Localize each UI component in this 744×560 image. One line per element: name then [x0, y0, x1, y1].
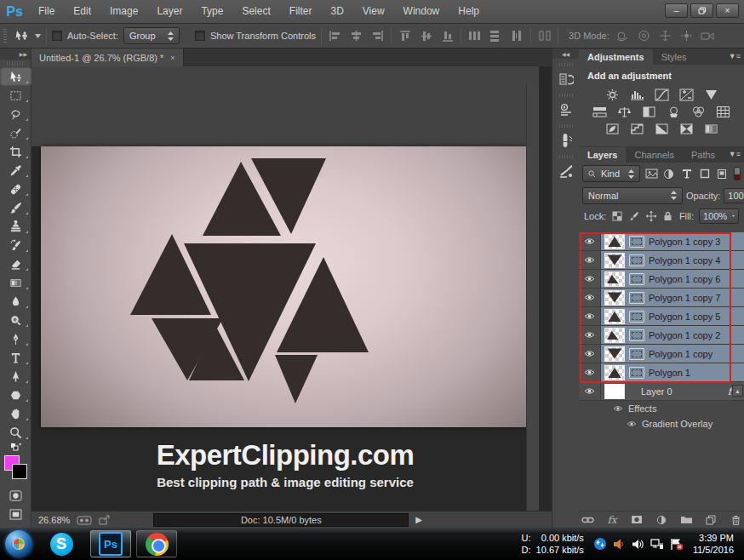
auto-select-checkbox[interactable] — [52, 31, 62, 41]
layer-thumbnail[interactable] — [604, 384, 625, 399]
doc-size-field[interactable]: Doc: 10.5M/0 bytes — [153, 513, 409, 527]
tab-paths[interactable]: Paths — [683, 147, 724, 163]
panel-grip[interactable] — [559, 94, 573, 97]
layer-thumbnail[interactable] — [604, 328, 625, 343]
visibility-toggle[interactable] — [579, 251, 601, 269]
tab-channels[interactable]: Channels — [626, 147, 682, 163]
filter-shape-layers-icon[interactable] — [698, 167, 712, 181]
visibility-toggle[interactable] — [579, 289, 601, 306]
tab-close-icon[interactable]: × — [170, 54, 175, 62]
align-vertical-centers-icon[interactable] — [348, 28, 364, 43]
zoom-tool[interactable] — [0, 423, 31, 442]
distribute-spacing-icon[interactable] — [536, 28, 552, 43]
distribute-left-icon[interactable] — [466, 28, 483, 43]
delete-layer-icon[interactable] — [729, 514, 742, 526]
lock-transparency-icon[interactable] — [611, 210, 623, 223]
align-top-edges-icon[interactable] — [397, 28, 413, 43]
filter-type-dropdown[interactable]: Kind — [582, 165, 640, 182]
volume-tray-icon[interactable] — [632, 538, 644, 551]
layers-scroll-up-button[interactable]: ▲ — [732, 385, 743, 397]
menu-3d[interactable]: 3D — [321, 0, 352, 23]
vector-mask-thumbnail[interactable] — [629, 236, 644, 248]
layer-thumbnail[interactable] — [604, 234, 625, 249]
layer-name[interactable]: Polygon 1 copy 2 — [649, 330, 720, 340]
3d-orbit-icon[interactable] — [615, 28, 631, 43]
taskbar-skype-button[interactable]: S — [44, 530, 78, 557]
default-colors-icon[interactable] — [0, 442, 31, 452]
vibrance-icon[interactable] — [702, 88, 719, 101]
tab-layers[interactable]: Layers — [579, 147, 626, 163]
blend-mode-dropdown[interactable]: Normal — [582, 187, 683, 204]
blur-tool[interactable] — [0, 292, 31, 311]
layer-thumbnail[interactable] — [604, 346, 625, 362]
brightness-contrast-icon[interactable] — [604, 88, 621, 101]
layer-name[interactable]: Polygon 1 copy 6 — [649, 274, 720, 284]
properties-panel-icon[interactable] — [555, 100, 577, 120]
distribute-center-icon[interactable] — [488, 28, 504, 43]
vector-mask-thumbnail[interactable] — [629, 367, 644, 379]
panel-grip[interactable] — [559, 155, 573, 158]
layer-row[interactable]: Polygon 1 copy 4 — [579, 251, 744, 270]
action-center-flag-icon[interactable] — [670, 538, 684, 551]
visibility-toggle[interactable] — [579, 363, 601, 381]
threshold-icon[interactable] — [653, 122, 670, 135]
photo-filter-icon[interactable] — [666, 105, 683, 118]
panel-menu-icon[interactable]: ▼≡ — [729, 52, 741, 60]
layer-row[interactable]: Polygon 1 copy 7 — [579, 289, 744, 307]
eye-icon[interactable] — [613, 405, 623, 412]
canvas-surface[interactable] — [41, 146, 529, 427]
layer-thumbnail[interactable] — [604, 290, 625, 306]
preset-caret-icon[interactable] — [35, 34, 41, 38]
gradient-overlay-row[interactable]: Gradient Overlay — [579, 416, 744, 431]
align-right-edges-icon[interactable] — [369, 28, 386, 43]
document-vertical-scrollbar[interactable] — [526, 84, 539, 529]
clone-stamp-tool[interactable] — [0, 217, 31, 236]
background-color-swatch[interactable] — [12, 464, 27, 479]
eyedropper-tool[interactable] — [0, 161, 31, 180]
network-tray-icon[interactable] — [650, 538, 664, 551]
align-left-edges-icon[interactable] — [327, 28, 343, 43]
visibility-toggle[interactable] — [579, 307, 601, 325]
toolbar-collapse-button[interactable]: ▶▶ — [0, 49, 31, 60]
black-white-icon[interactable] — [641, 105, 658, 118]
add-layer-mask-icon[interactable] — [630, 514, 644, 526]
history-panel-icon[interactable] — [555, 69, 577, 89]
close-button[interactable]: × — [716, 3, 739, 18]
status-widget-icon[interactable] — [77, 515, 92, 525]
shape-tool[interactable] — [0, 386, 31, 404]
hand-tool[interactable] — [0, 404, 31, 423]
taskbar-photoshop-button[interactable]: Ps — [90, 530, 131, 557]
color-balance-icon[interactable] — [616, 105, 633, 118]
toolbar-grip[interactable] — [7, 61, 24, 66]
layer-name[interactable]: Polygon 1 copy 3 — [649, 237, 720, 247]
3d-pan-icon[interactable] — [657, 28, 673, 43]
selective-color-icon[interactable] — [678, 122, 695, 135]
layer-row[interactable]: Polygon 1 copy 2 — [579, 326, 744, 345]
link-layers-icon[interactable] — [581, 514, 594, 526]
menu-layer[interactable]: Layer — [147, 0, 192, 23]
vector-mask-thumbnail[interactable] — [629, 273, 644, 285]
eraser-tool[interactable] — [0, 254, 31, 273]
layer-thumbnail[interactable] — [604, 271, 625, 287]
fill-dropdown[interactable]: 100% — [699, 209, 739, 224]
panel-menu-icon[interactable]: ▼≡ — [729, 150, 741, 158]
menu-select[interactable]: Select — [232, 0, 279, 23]
menu-edit[interactable]: Edit — [64, 0, 100, 23]
show-transform-checkbox[interactable] — [195, 31, 205, 41]
layer-name[interactable]: Polygon 1 — [649, 368, 690, 378]
channel-mixer-icon[interactable] — [690, 105, 707, 118]
vector-mask-thumbnail[interactable] — [629, 254, 644, 266]
net-monitor-tray-icon[interactable] — [593, 537, 607, 551]
move-tool[interactable] — [0, 67, 31, 86]
options-grip[interactable] — [3, 29, 7, 43]
panel-grip[interactable] — [559, 63, 573, 66]
filter-smart-objects-icon[interactable] — [716, 167, 730, 181]
align-horizontal-centers-icon[interactable] — [418, 28, 434, 43]
taskbar-chrome-button[interactable] — [136, 530, 177, 557]
levels-icon[interactable] — [628, 88, 645, 101]
layer-thumbnail[interactable] — [604, 309, 625, 324]
3d-roll-icon[interactable] — [636, 28, 652, 43]
layer-row-layer0[interactable]: Layer 0 fx — [579, 382, 744, 401]
invert-icon[interactable] — [604, 122, 621, 135]
lock-pixels-icon[interactable] — [628, 210, 640, 223]
